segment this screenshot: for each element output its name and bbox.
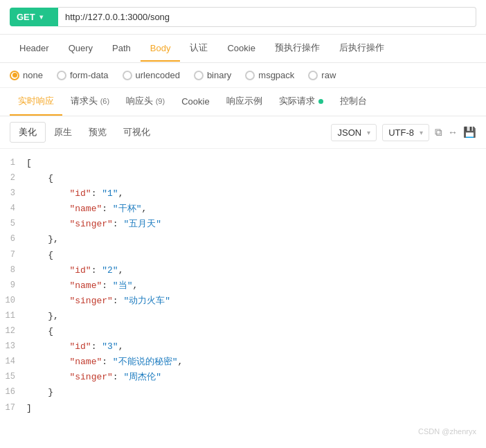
line-num-15: 15 bbox=[4, 370, 26, 384]
radio-urlencoded bbox=[123, 71, 132, 80]
tab-path[interactable]: Path bbox=[102, 36, 141, 62]
line-content-5: "singer": "五月天" bbox=[26, 217, 482, 232]
tab-res-example[interactable]: 响应示例 bbox=[218, 88, 271, 116]
json-line-14: 14 "name": "不能说的秘密", bbox=[0, 355, 486, 370]
tab-query[interactable]: Query bbox=[59, 36, 102, 62]
tab-actual-req[interactable]: 实际请求 bbox=[271, 88, 332, 116]
view-preview[interactable]: 预览 bbox=[80, 123, 115, 142]
json-line-1: 1 [ bbox=[0, 156, 486, 171]
body-type-msgpack-label: msgpack bbox=[258, 70, 294, 80]
line-content-3: "id": "1", bbox=[26, 186, 482, 201]
tab-header[interactable]: Header bbox=[10, 36, 59, 62]
body-type-binary[interactable]: binary bbox=[194, 70, 231, 80]
body-type-form-data-label: form-data bbox=[70, 70, 109, 80]
tab-auth[interactable]: 认证 bbox=[180, 35, 217, 62]
line-num-16: 16 bbox=[4, 385, 26, 399]
toolbar-icons: ⧉ ↔ 💾 bbox=[435, 126, 476, 138]
url-bar: GET ▾ bbox=[0, 0, 486, 35]
body-type-none[interactable]: none bbox=[10, 70, 43, 80]
json-viewer: 1 [ 2 { 3 "id": "1", 4 "name": "干杯", 5 "… bbox=[0, 149, 486, 423]
line-content-10: "singer": "动力火车" bbox=[26, 294, 482, 309]
actual-req-dot bbox=[318, 99, 323, 104]
body-type-urlencoded-label: urlencoded bbox=[136, 70, 180, 80]
watermark-text: CSDN @zhenryx bbox=[418, 427, 476, 436]
body-type-raw-label: raw bbox=[321, 70, 336, 80]
tab-res-headers[interactable]: 响应头 (9) bbox=[118, 88, 173, 116]
encoding-select[interactable]: UTF-8 ▾ bbox=[382, 124, 429, 141]
method-chevron: ▾ bbox=[39, 13, 43, 21]
line-content-8: "id": "2", bbox=[26, 263, 482, 278]
line-num-9: 9 bbox=[4, 278, 26, 292]
json-line-16: 16 } bbox=[0, 385, 486, 400]
format-select[interactable]: JSON ▾ bbox=[331, 124, 377, 141]
body-type-form-data[interactable]: form-data bbox=[57, 70, 109, 80]
line-num-11: 11 bbox=[4, 309, 26, 323]
watermark: CSDN @zhenryx bbox=[0, 423, 486, 440]
line-content-6: }, bbox=[26, 232, 482, 247]
tab-cookie[interactable]: Cookie bbox=[217, 36, 264, 62]
line-num-8: 8 bbox=[4, 263, 26, 277]
radio-raw bbox=[308, 71, 318, 80]
copy-icon[interactable]: ⧉ bbox=[435, 126, 442, 138]
line-num-10: 10 bbox=[4, 294, 26, 307]
tab-res-cookie[interactable]: Cookie bbox=[173, 89, 217, 115]
tab-post-script[interactable]: 后执行操作 bbox=[330, 35, 394, 62]
json-line-12: 12 { bbox=[0, 324, 486, 339]
line-num-6: 6 bbox=[4, 232, 26, 246]
line-num-17: 17 bbox=[4, 401, 26, 415]
line-content-17: ] bbox=[26, 401, 482, 416]
line-num-7: 7 bbox=[4, 248, 26, 262]
view-beautify[interactable]: 美化 bbox=[10, 122, 46, 143]
method-select[interactable]: GET ▾ bbox=[10, 8, 58, 26]
line-num-14: 14 bbox=[4, 355, 26, 368]
tab-req-headers[interactable]: 请求头 (6) bbox=[62, 88, 118, 116]
json-line-11: 11 }, bbox=[0, 309, 486, 324]
res-headers-badge: (9) bbox=[156, 97, 165, 105]
tab-realtime[interactable]: 实时响应 bbox=[10, 88, 62, 116]
view-raw[interactable]: 原生 bbox=[46, 123, 80, 142]
json-line-8: 8 "id": "2", bbox=[0, 263, 486, 278]
radio-none bbox=[10, 71, 19, 80]
line-num-12: 12 bbox=[4, 324, 26, 338]
line-content-11: }, bbox=[26, 309, 482, 324]
json-line-4: 4 "name": "干杯", bbox=[0, 201, 486, 217]
line-content-4: "name": "干杯", bbox=[26, 201, 482, 217]
request-tabs: Header Query Path Body 认证 Cookie 预执行操作 后… bbox=[0, 35, 486, 63]
url-input[interactable] bbox=[58, 7, 476, 27]
line-content-1: [ bbox=[26, 156, 482, 171]
json-line-6: 6 }, bbox=[0, 232, 486, 247]
method-label: GET bbox=[17, 12, 35, 22]
format-value: JSON bbox=[337, 127, 361, 138]
body-type-msgpack[interactable]: msgpack bbox=[245, 70, 294, 80]
view-visualize[interactable]: 可视化 bbox=[115, 123, 159, 142]
req-headers-badge: (6) bbox=[100, 97, 109, 105]
tab-pre-script[interactable]: 预执行操作 bbox=[265, 35, 330, 62]
json-line-10: 10 "singer": "动力火车" bbox=[0, 294, 486, 309]
response-tabs: 实时响应 请求头 (6) 响应头 (9) Cookie 响应示例 实际请求 控制… bbox=[0, 88, 486, 116]
radio-msgpack bbox=[245, 71, 255, 80]
line-content-15: "singer": "周杰伦" bbox=[26, 370, 482, 385]
line-content-16: } bbox=[26, 385, 482, 400]
radio-form-data bbox=[57, 71, 66, 80]
line-num-5: 5 bbox=[4, 217, 26, 231]
json-line-3: 3 "id": "1", bbox=[0, 186, 486, 201]
json-line-5: 5 "singer": "五月天" bbox=[0, 217, 486, 232]
format-chevron: ▾ bbox=[367, 129, 370, 136]
line-content-9: "name": "当", bbox=[26, 278, 482, 294]
body-types: none form-data urlencoded binary msgpack… bbox=[0, 63, 486, 88]
response-toolbar: 美化 原生 预览 可视化 JSON ▾ UTF-8 ▾ ⧉ ↔ 💾 bbox=[0, 116, 486, 149]
tab-console[interactable]: 控制台 bbox=[332, 88, 375, 116]
line-content-14: "name": "不能说的秘密", bbox=[26, 355, 482, 370]
save-icon[interactable]: 💾 bbox=[463, 126, 476, 138]
json-line-17: 17 ] bbox=[0, 401, 486, 416]
line-num-1: 1 bbox=[4, 156, 26, 170]
line-num-3: 3 bbox=[4, 186, 26, 200]
body-type-urlencoded[interactable]: urlencoded bbox=[123, 70, 180, 80]
json-line-13: 13 "id": "3", bbox=[0, 339, 486, 355]
tab-body[interactable]: Body bbox=[141, 36, 181, 62]
body-type-raw[interactable]: raw bbox=[308, 70, 336, 80]
wrap-icon[interactable]: ↔ bbox=[448, 127, 458, 138]
encoding-value: UTF-8 bbox=[388, 127, 414, 138]
line-content-7: { bbox=[26, 248, 482, 263]
line-content-12: { bbox=[26, 324, 482, 339]
